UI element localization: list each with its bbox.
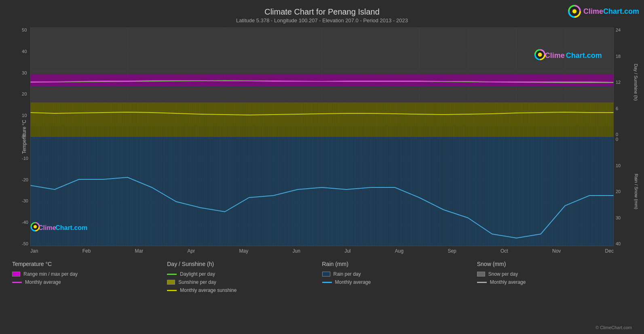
legend-rain-per-day: Rain per day: [322, 271, 477, 277]
chart-svg: Clime Chart.com Clime Chart.com: [30, 28, 614, 246]
svg-point-2: [572, 9, 576, 13]
x-axis-area: Jan Feb Mar Apr May Jun Jul Aug Sep Oct …: [30, 246, 614, 256]
svg-point-37: [34, 225, 37, 228]
legend-daylight-label: Daylight per day: [180, 271, 215, 277]
logo-text: ClimeChart.com: [583, 7, 639, 16]
legend-line-snow-avg: [477, 282, 487, 283]
legend-temp-range: Range min / max per day: [12, 271, 167, 277]
legend-temp-avg: Monthly average: [12, 279, 167, 285]
y-axis-right-top-ticks: 24 18 12 6 0: [616, 28, 621, 137]
copyright: © ClimeChart.com: [595, 325, 632, 330]
month-mar: Mar: [135, 248, 144, 254]
legend-snow-avg: Monthly average: [477, 279, 632, 285]
legend-snow-per-day: Snow per day: [477, 271, 632, 277]
legend-col-snow: Snow (mm) Snow per day Monthly average: [477, 261, 632, 293]
legend-line-rain-avg: [322, 282, 332, 283]
chart-inner: Clime Chart.com Clime Chart.com: [30, 28, 614, 246]
legend-daylight: Daylight per day: [167, 271, 322, 277]
month-nov: Nov: [552, 248, 561, 254]
y-axis-right-label2: Rain / Snow (mm): [634, 174, 639, 209]
y-axis-right: 24 18 12 6 0 0 10 20 30 40 Day / Sunshin…: [614, 28, 636, 246]
legend-swatch-snow: [477, 272, 485, 277]
legend-swatch-sunshine: [167, 280, 175, 285]
svg-text:Clime: Clime: [38, 224, 56, 231]
y-axis-right-bottom-ticks: 0 10 20 30 40: [616, 137, 621, 246]
legend-temp-range-label: Range min / max per day: [23, 271, 78, 277]
legend-col-sunshine: Day / Sunshine (h) Daylight per day Suns…: [167, 261, 322, 293]
legend-line-sunshine-avg: [167, 290, 177, 291]
month-jun: Jun: [292, 248, 300, 254]
month-apr: Apr: [188, 248, 195, 254]
chart-main-title: Climate Chart for Penang Island: [8, 7, 636, 17]
legend-sunshine-title: Day / Sunshine (h): [167, 261, 322, 267]
title-area: Climate Chart for Penang Island Latitude…: [8, 4, 636, 24]
logo-top-right: ClimeChart.com: [568, 5, 639, 18]
legend-swatch-temp-range: [12, 272, 20, 277]
y-axis-left-label: Temperature °C: [21, 120, 27, 154]
svg-rect-33: [30, 74, 614, 87]
month-jul: Jul: [344, 248, 351, 254]
svg-text:Chart.com: Chart.com: [566, 51, 602, 60]
legend-col-rain: Rain (mm) Rain per day Monthly average: [322, 261, 477, 293]
y-axis-right-label1: Day / Sunshine (h): [633, 64, 638, 100]
legend-col-temperature: Temperature °C Range min / max per day M…: [12, 261, 167, 293]
month-sep: Sep: [448, 248, 456, 254]
chart-area: 50 40 30 20 10 0 -10 -20 -30 -40 -50 Tem…: [8, 28, 636, 246]
svg-rect-29: [30, 137, 614, 246]
legend-rain-title: Rain (mm): [322, 261, 477, 267]
legend-rain-label: Rain per day: [334, 271, 361, 277]
chart-sub-title: Latitude 5.378 - Longitude 100.207 - Ele…: [8, 17, 636, 23]
month-may: May: [239, 248, 249, 254]
svg-text:Chart.com: Chart.com: [55, 224, 87, 231]
svg-rect-31: [30, 102, 614, 137]
y-axis-left: 50 40 30 20 10 0 -10 -20 -30 -40 -50 Tem…: [8, 28, 30, 246]
legend-swatch-rain: [322, 272, 330, 277]
month-oct: Oct: [500, 248, 508, 254]
legend-rain-avg-label: Monthly average: [335, 279, 371, 285]
legend-area: Temperature °C Range min / max per day M…: [8, 261, 636, 293]
month-aug: Aug: [395, 248, 403, 254]
svg-text:Clime: Clime: [545, 51, 565, 60]
legend-snow-label: Snow per day: [488, 271, 518, 277]
legend-temp-avg-label: Monthly average: [25, 279, 61, 285]
legend-snow-title: Snow (mm): [477, 261, 632, 267]
logo-icon: [568, 5, 581, 18]
chart-container: ClimeChart.com Climate Chart for Penang …: [0, 0, 644, 334]
legend-rain-avg: Monthly average: [322, 279, 477, 285]
month-jan: Jan: [30, 248, 38, 254]
legend-snow-avg-label: Monthly average: [490, 279, 526, 285]
month-feb: Feb: [82, 248, 91, 254]
legend-sunshine-label: Sunshine per day: [178, 279, 216, 285]
legend-temp-title: Temperature °C: [12, 261, 167, 267]
legend-sunshine-avg: Monthly average sunshine: [167, 287, 322, 293]
svg-point-41: [538, 53, 542, 57]
legend-line-temp-avg: [12, 282, 22, 283]
legend-sunshine-per-day: Sunshine per day: [167, 279, 322, 285]
legend-sunshine-avg-label: Monthly average sunshine: [180, 287, 236, 293]
legend-line-daylight: [167, 274, 177, 275]
month-dec: Dec: [605, 248, 614, 254]
